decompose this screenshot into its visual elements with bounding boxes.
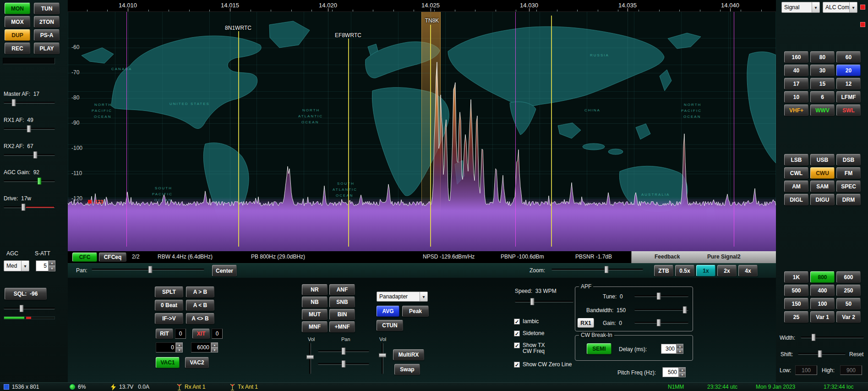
filter-1k[interactable]: 1K [784,271,808,283]
tx-button-2ton[interactable]: 2TON [34,16,60,28]
zoom-2x[interactable]: 2x [717,265,737,276]
swap-button[interactable]: Swap [394,364,420,375]
filter-500[interactable]: 500 [784,285,808,296]
rx1-af-slider[interactable] [4,125,55,133]
agc-gain-slider[interactable] [4,177,55,185]
checkbox-iambic[interactable]: ✓Iambic [514,319,539,325]
dsp-mut[interactable]: MUT [302,309,328,320]
vfo-a-lt-gt-b[interactable]: A <> B [186,313,214,324]
apf-gain-slider[interactable] [634,319,688,327]
meter-tx-select[interactable]: ALC Comp ▾ [823,2,857,13]
spin-down-icon[interactable]: ▼ [211,347,218,352]
zoom-ztb[interactable]: ZTB [654,265,673,276]
vol1-slider-thumb[interactable] [306,355,314,359]
band-160[interactable]: 160 [784,51,808,63]
apf-tune-slider[interactable] [634,292,688,300]
delay-spinner[interactable]: 300 ▲ ▼ [661,344,683,354]
semi-button[interactable]: SEMI [587,343,611,354]
band-20[interactable]: 20 [836,65,861,76]
high-value[interactable]: 900 [840,365,862,375]
filter-25[interactable]: 25 [784,311,808,323]
rit-spin-arrows[interactable]: ▲ ▼ [176,342,183,352]
sql-slider-thumb[interactable] [20,305,24,312]
vfo-a-lt-b[interactable]: A < B [186,300,214,311]
mode-digl[interactable]: DIGL [784,194,808,205]
mode-am[interactable]: AM [784,181,808,192]
checkbox-show-tx-cw-freq-box[interactable]: ✓ [514,342,520,348]
master-af-slider-thumb[interactable] [12,99,16,106]
chevron-down-icon[interactable]: ▾ [812,2,819,12]
band-30[interactable]: 30 [810,65,835,76]
rit-value[interactable]: 0 [175,329,186,339]
frequency-scale[interactable]: 14.01014.01514.02014.02514.03014.03514.0… [68,0,776,12]
spin-down-icon[interactable]: ▼ [677,349,683,354]
filter-150[interactable]: 150 [784,298,808,309]
pure-signal-button[interactable]: Pure Signal2 [707,253,741,260]
mix-pan-slider-1-thumb[interactable] [342,347,346,355]
pitch-value[interactable]: 500 [662,367,679,377]
chevron-down-icon[interactable]: ▾ [21,261,29,271]
sql-button[interactable]: SQL: -96 [5,288,47,300]
filter-var-1[interactable]: Var 1 [810,311,835,323]
feedback-button[interactable]: Feedback [655,253,680,260]
vfo-splt[interactable]: SPLT [155,286,183,297]
mode-drm[interactable]: DRM [836,194,861,205]
reset-label[interactable]: Reset [849,351,863,358]
mode-sam[interactable]: SAM [810,181,835,192]
pitch-spinner[interactable]: 500 ▲ ▼ [662,367,686,377]
vol2-slider[interactable] [378,343,387,374]
drive-slider[interactable] [4,203,55,211]
display-mode-select[interactable]: Panadapter ▾ [377,292,428,302]
filter-50[interactable]: 50 [836,298,861,309]
spin-down-icon[interactable]: ▼ [176,347,183,352]
checkbox-sidetone[interactable]: ✓Sidetone [514,330,544,336]
mode-dsb[interactable]: DSB [836,154,861,165]
xit-offset-value[interactable]: 6000 [191,342,211,352]
filter-var-2[interactable]: Var 2 [836,311,861,323]
spin-down-icon[interactable]: ▼ [49,266,55,271]
xit-button[interactable]: XIT [192,329,210,339]
pan-slider-thumb[interactable] [148,266,152,273]
rx2-af-slider-thumb[interactable] [33,151,38,159]
agc-gain-slider-thumb[interactable] [38,177,42,185]
tx-button-play[interactable]: PLAY [34,43,60,54]
apf-gain-slider-thumb[interactable] [657,319,661,326]
band-6[interactable]: 6 [810,91,835,103]
dsp-nr[interactable]: NR [302,284,328,295]
xit-spin-arrows[interactable]: ▲ ▼ [211,342,218,352]
checkbox-show-cw-zero-line[interactable]: ✓Show CW Zero Line [514,362,572,368]
vfo-0-beat[interactable]: 0 Beat [155,300,183,311]
band-12[interactable]: 12 [836,78,861,89]
mix-pan-slider-2-thumb[interactable] [342,360,346,368]
rit-offset-value[interactable]: 0 [156,342,176,352]
checkbox-sidetone-box[interactable]: ✓ [514,330,520,336]
cfceq-button[interactable]: CFCeq [99,253,126,262]
band-10[interactable]: 10 [784,91,808,103]
delay-spin-arrows[interactable]: ▲ ▼ [677,344,683,354]
avg-button[interactable]: AVG [377,306,399,317]
band-40[interactable]: 40 [784,65,808,76]
zoom-1x[interactable]: 1x [696,265,715,276]
band-lfmf[interactable]: LFMF [836,91,861,103]
rx1-af-slider-thumb[interactable] [27,125,31,132]
tx-button-rec[interactable]: REC [5,43,30,54]
mode-fm[interactable]: FM [836,167,861,179]
dsp-anf[interactable]: ANF [329,284,355,295]
band-swl[interactable]: SWL [836,105,861,116]
dsp-snb[interactable]: SNB [329,297,355,308]
width-slider-thumb[interactable] [811,334,815,341]
mode-digu[interactable]: DIGU [810,194,835,205]
mix-pan-slider-2[interactable] [318,360,369,368]
checkbox-show-tx-cw-freq[interactable]: ✓Show TX CW Freq [514,342,545,354]
mode-cwl[interactable]: CWL [784,167,808,179]
dsp-nb[interactable]: NB [302,297,328,308]
chevron-down-icon[interactable]: ▾ [420,292,427,301]
filter-250[interactable]: 250 [836,285,861,296]
agc-mode-select[interactable]: Med ▾ [4,260,29,271]
apf-tune-slider-thumb[interactable] [657,292,661,300]
spin-up-icon[interactable]: ▲ [211,342,218,347]
cw-speed-slider[interactable] [515,297,573,306]
meter-rx-select[interactable]: Signal ▾ [781,2,820,13]
tx-button-dup[interactable]: DUP [5,29,30,41]
band-vhfplus[interactable]: VHF+ [784,105,808,116]
